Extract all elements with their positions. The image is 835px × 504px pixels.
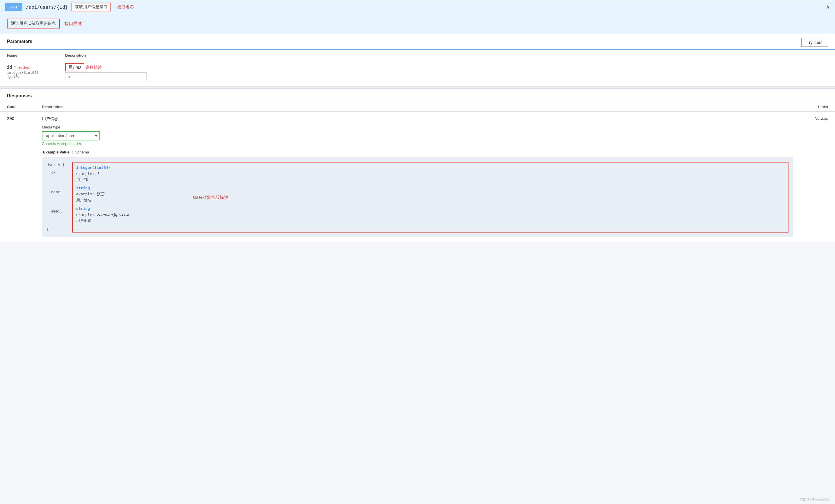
tab-divider: | — [72, 149, 73, 155]
field-name-label: name — [46, 189, 70, 195]
param-name-header: Name — [7, 53, 65, 58]
response-links-header: Links — [793, 105, 828, 109]
email-desc: 用户邮箱 — [76, 218, 91, 223]
response-links: No links — [793, 116, 828, 121]
params-table-header: Name Description — [7, 50, 828, 60]
media-type-select-wrapper[interactable]: application/json ▾ — [42, 131, 100, 140]
id-desc: 用户ID — [76, 177, 88, 182]
name-example-label: example: — [76, 192, 97, 196]
media-type-select[interactable]: application/json — [42, 131, 100, 140]
id-example-label: example: — [76, 171, 97, 176]
field-email-values: string example: zhansan@qq.com 用户邮箱 — [76, 206, 785, 224]
param-row: id * required integer($int64) (path) 用户I… — [7, 60, 828, 86]
media-type-label: Media type — [42, 125, 793, 129]
param-name: id — [7, 65, 12, 69]
method-badge: GET — [5, 3, 22, 11]
name-example-value: 张三 — [97, 192, 104, 196]
param-desc-header: Description — [65, 53, 828, 58]
email-example-value: zhansan@qq.com — [97, 212, 128, 217]
response-code: 200 — [7, 116, 42, 121]
field-name-values: string example: 张三 用户姓名 — [76, 185, 785, 203]
endpoint-name-box: 获取用户信息接口 — [72, 3, 111, 11]
responses-table-header: Code Description Links — [0, 101, 835, 112]
description-area: 通过用户ID获取用户信息 接口描述 — [0, 14, 835, 34]
schema-field-values: integer($int64) example: 1 用户ID string e… — [72, 162, 789, 233]
required-star: * — [14, 65, 16, 69]
endpoint-path: /api/users/{id} — [26, 4, 68, 10]
responses-header: Responses — [0, 89, 835, 101]
param-desc-content: 用户ID 参数描述 — [65, 65, 146, 81]
email-example-label: example: — [76, 212, 97, 217]
description-label: 接口描述 — [64, 21, 82, 26]
controls-accept-text: Controls Accept header. — [42, 142, 793, 146]
id-example-value: 1 — [97, 171, 99, 176]
interface-name-label: 接口名称 — [117, 4, 134, 10]
field-email-label: email — [46, 208, 70, 214]
description-box: 通过用户ID获取用户信息 — [7, 19, 60, 28]
parameters-title: Parameters — [7, 39, 32, 46]
param-location: (path) — [7, 75, 19, 79]
parameters-section-header: Parameters Try it out — [0, 34, 835, 50]
schema-code-block: User ∨ { id name email } — [42, 157, 793, 237]
param-id-input[interactable] — [65, 72, 146, 81]
name-desc: 用户姓名 — [76, 198, 91, 202]
response-description-text: 用户信息 — [42, 116, 793, 122]
response-row-200: 200 用户信息 Media type application/json ▾ C… — [0, 112, 835, 242]
field-id-label: id — [46, 170, 70, 176]
param-desc-cell: 用户ID 参数描述 — [65, 65, 828, 81]
params-table: Name Description id * required integer($… — [0, 50, 835, 86]
param-desc-annotation-label: 参数描述 — [85, 65, 102, 69]
schema-tab[interactable]: Schema — [74, 149, 90, 155]
param-type: integer($int64) (path) — [7, 71, 65, 79]
response-desc-content: 用户信息 Media type application/json ▾ Contr… — [42, 116, 793, 237]
param-input-wrapper — [65, 72, 146, 81]
endpoint-header: GET /api/users/{id} 获取用户信息接口 接口名称 ∧ — [0, 0, 835, 14]
response-code-header: Code — [7, 105, 42, 109]
field-id-values: integer($int64) example: 1 用户ID — [76, 165, 785, 183]
responses-section: Responses Code Description Links 200 用户信… — [0, 89, 835, 242]
param-name-required-row: id * required — [7, 65, 65, 69]
responses-title: Responses — [7, 93, 32, 98]
email-type: string — [76, 206, 90, 211]
section-divider — [0, 86, 835, 89]
schema-object-name: User ∨ { — [46, 162, 70, 168]
id-type: integer($int64) — [76, 165, 110, 170]
collapse-icon[interactable]: ∧ — [826, 3, 830, 10]
try-it-out-button[interactable]: Try it out — [801, 38, 828, 47]
param-desc-box: 用户ID — [65, 63, 84, 71]
example-value-tab[interactable]: Example Value — [42, 149, 70, 155]
watermark: CSDN @Micro爱可乐 — [800, 497, 830, 502]
swagger-ui: GET /api/users/{id} 获取用户信息接口 接口名称 ∧ 通过用户… — [0, 0, 835, 504]
example-tabs: Example Value | Schema — [42, 149, 793, 155]
schema-closing-brace: } — [46, 226, 70, 233]
parameters-section: Parameters Try it out Name Description i… — [0, 34, 835, 86]
name-type: string — [76, 186, 90, 190]
schema-field-labels: User ∨ { id name email } — [46, 162, 70, 233]
param-name-cell: id * required integer($int64) (path) — [7, 65, 65, 79]
user-schema-outer: User ∨ { id name email } — [42, 157, 793, 237]
user-object-annotation: User对象字段描述 — [193, 194, 228, 200]
response-desc-header: Description — [42, 105, 793, 109]
required-text: required — [18, 66, 29, 69]
